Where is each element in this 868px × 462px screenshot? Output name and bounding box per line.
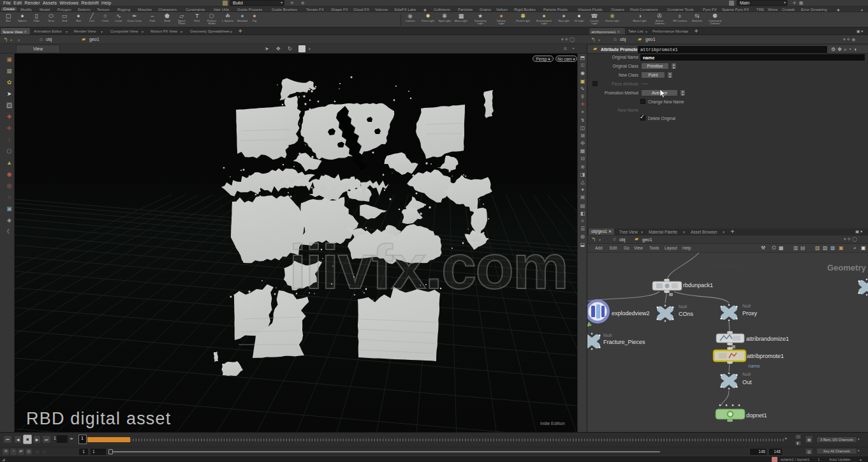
svg-text:Null: Null bbox=[742, 371, 751, 377]
svg-text:attribpromote1: attribpromote1 bbox=[747, 353, 784, 359]
svg-text:Full Asset: Full Asset bbox=[712, 263, 740, 269]
svg-text:explodedview2: explodedview2 bbox=[612, 310, 650, 317]
svg-text:dopnet1: dopnet1 bbox=[746, 412, 767, 419]
svg-text:Null: Null bbox=[742, 303, 751, 309]
svg-text:attribrandomize1: attribrandomize1 bbox=[746, 336, 789, 342]
svg-text:Fracture_Pieces: Fracture_Pieces bbox=[603, 339, 645, 345]
svg-text:Null: Null bbox=[679, 304, 687, 309]
svg-text:Geometry: Geometry bbox=[827, 263, 866, 272]
svg-text:Proxy: Proxy bbox=[742, 310, 758, 317]
svg-text:rbdunpack1: rbdunpack1 bbox=[683, 282, 713, 288]
svg-text:COns: COns bbox=[679, 311, 694, 317]
svg-text:Null: Null bbox=[603, 332, 612, 338]
svg-text:name: name bbox=[748, 363, 760, 369]
svg-text:Out: Out bbox=[742, 379, 752, 385]
